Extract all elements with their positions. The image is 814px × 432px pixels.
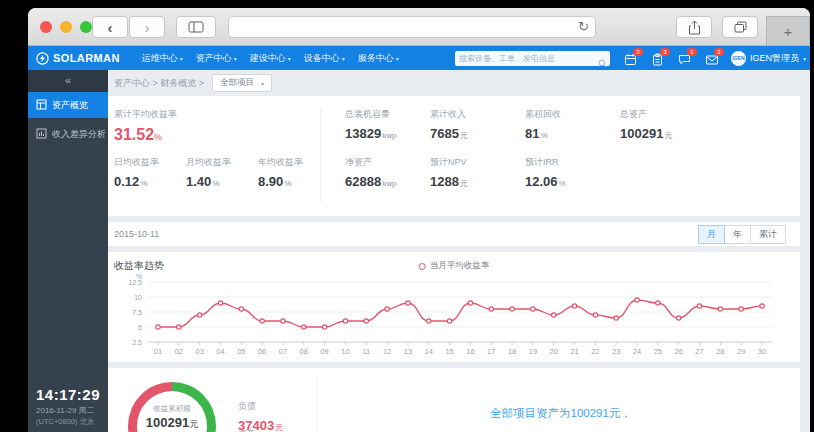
svg-text:25: 25 (654, 347, 662, 356)
nav-item-label: 设备中心 (304, 52, 340, 65)
sidebar-collapse-button[interactable]: « (28, 70, 108, 92)
nav-item-service-center[interactable]: 服务中心▾ (358, 52, 399, 65)
main-nav: 运维中心▾资产中心▾建设中心▾设备中心▾服务中心▾ (142, 52, 399, 65)
svg-text:10: 10 (341, 347, 349, 356)
sidebar-toggle-button[interactable] (176, 16, 216, 38)
svg-text:5: 5 (138, 324, 142, 331)
back-button[interactable]: ‹ (92, 16, 128, 38)
svg-text:17: 17 (487, 347, 495, 356)
close-button[interactable] (40, 21, 52, 33)
search-input[interactable] (455, 54, 595, 63)
liability-label: 负债 (238, 400, 283, 413)
notification-badge: 3 (633, 48, 643, 56)
metric-label: 累计平均收益率 (114, 108, 177, 121)
metric-net-assets: 净资产62888kwp (345, 156, 396, 189)
trend-line-chart: 12.5107.552.5%01020304050607080910111213… (112, 274, 780, 358)
chevron-down-icon: ▾ (342, 55, 345, 62)
metric-installed-capacity: 总装机容量13829kwp (345, 108, 396, 141)
browser-window: ‹ › ↻ + SOLARMAN 运维中心▾资产中心▾建设中心▾设备中心▾服务中… (28, 8, 810, 432)
legend-label: 当月平均收益率 (430, 260, 490, 272)
svg-text:11: 11 (362, 347, 370, 356)
metric-estimated-irr: 预计IRR12.06% (525, 156, 566, 189)
legend-marker-icon (419, 263, 426, 270)
tab-overview-button[interactable] (722, 16, 758, 38)
notification-badge: 3 (660, 48, 670, 56)
chart-legend[interactable]: 当月平均收益率 (419, 260, 490, 272)
metrics-card: 累计平均收益率 31.52% 日均收益率0.12%月均收益率1.40%年均收益率… (108, 96, 800, 216)
search-icon[interactable] (598, 54, 607, 72)
period-button-month[interactable]: 月 (698, 225, 725, 244)
user-name: IGEN管理员 (750, 52, 799, 65)
donut-center-label: 收益累积额 (128, 404, 216, 414)
metric-annual-yield: 年均收益率8.90% (258, 156, 303, 189)
clipboard-icon[interactable]: 3 (651, 52, 665, 65)
zoom-button[interactable] (80, 21, 92, 33)
svg-text:13: 13 (404, 347, 412, 356)
user-menu[interactable]: IGEN IGEN管理员 ▾ (731, 51, 806, 66)
sidebar: « 资产概览收入差异分析 14:17:29 2016-11-29 周二 (UTC… (28, 70, 108, 432)
breadcrumb-row: 资产中心 > 财务概览 > 全部项目 ▾ (108, 70, 800, 96)
svg-text:7.5: 7.5 (132, 309, 142, 316)
sidebar-item-income-variance-analysis[interactable]: 收入差异分析 (28, 121, 108, 147)
notification-icons: 3312 (624, 52, 719, 65)
sidebar-item-asset-overview[interactable]: 资产概览 (28, 92, 108, 118)
period-button-year[interactable]: 年 (724, 225, 751, 244)
mail-icon[interactable]: 2 (705, 52, 719, 65)
chat-icon[interactable]: 1 (678, 52, 692, 65)
sidebar-items: 资产概览收入差异分析 (28, 92, 108, 147)
svg-text:02: 02 (175, 347, 183, 356)
refresh-icon[interactable]: ↻ (578, 19, 589, 34)
clock-date: 2016-11-29 周二 (36, 405, 100, 416)
divider (320, 108, 321, 202)
nav-item-ops-center[interactable]: 运维中心▾ (142, 52, 183, 65)
summary-card: 收益累积额 100291元 负债 37403元 资产 全部项目资产为100291… (108, 368, 800, 432)
forward-button[interactable]: › (129, 16, 165, 38)
nav-item-construction-center[interactable]: 建设中心▾ (250, 52, 291, 65)
new-tab-button[interactable]: + (766, 16, 810, 46)
project-select[interactable]: 全部项目 ▾ (212, 74, 272, 92)
clock-timezone: (UTC+0800) 北京 (36, 417, 100, 427)
nav-item-label: 资产中心 (196, 52, 232, 65)
svg-text:24: 24 (633, 347, 641, 356)
date-value[interactable]: 2015-10-11 (114, 229, 159, 239)
svg-text:27: 27 (695, 347, 703, 356)
chevron-down-icon: ▾ (180, 55, 183, 62)
svg-text:16: 16 (466, 347, 474, 356)
svg-text:10: 10 (134, 294, 142, 301)
global-search[interactable] (455, 51, 610, 66)
svg-text:07: 07 (279, 347, 287, 356)
sidebar-icon (188, 21, 204, 33)
svg-text:2.5: 2.5 (132, 339, 142, 346)
svg-text:09: 09 (320, 347, 328, 356)
svg-text:06: 06 (258, 347, 266, 356)
metric-total-assets: 总资产100291元 (620, 108, 672, 141)
svg-text:30: 30 (758, 347, 766, 356)
metric-total-revenue: 累计收入7685元 (430, 108, 468, 141)
svg-text:14: 14 (425, 347, 433, 356)
svg-text:29: 29 (737, 347, 745, 356)
svg-text:19: 19 (529, 347, 537, 356)
tabs-icon (734, 21, 747, 33)
sidebar-clock: 14:17:29 2016-11-29 周二 (UTC+0800) 北京 (36, 386, 100, 427)
solarman-logo[interactable]: SOLARMAN (36, 52, 120, 65)
nav-item-device-center[interactable]: 设备中心▾ (304, 52, 345, 65)
overview-icon (36, 99, 47, 112)
breadcrumb[interactable]: 资产中心 > 财务概览 > (114, 77, 204, 90)
analysis-icon (36, 128, 47, 141)
traffic-lights (40, 21, 92, 33)
address-bar[interactable]: ↻ (228, 16, 596, 38)
main-content: 资产中心 > 财务概览 > 全部项目 ▾ 累计平均收益率 31.52% 日均收益… (108, 70, 810, 432)
period-button-total[interactable]: 累计 (750, 225, 786, 244)
minimize-button[interactable] (60, 21, 72, 33)
svg-text:20: 20 (550, 347, 558, 356)
calendar-icon[interactable]: 3 (624, 52, 638, 65)
nav-item-asset-center[interactable]: 资产中心▾ (196, 52, 237, 65)
chevron-down-icon: ▾ (261, 80, 264, 87)
chevron-down-icon: ▾ (803, 55, 806, 62)
address-input[interactable] (237, 19, 571, 37)
share-button[interactable] (676, 16, 712, 38)
period-filter: 月年累计 (699, 225, 786, 244)
chevron-down-icon: ▾ (396, 55, 399, 62)
metric-daily-yield: 日均收益率0.12% (114, 156, 159, 189)
svg-text:21: 21 (570, 347, 578, 356)
